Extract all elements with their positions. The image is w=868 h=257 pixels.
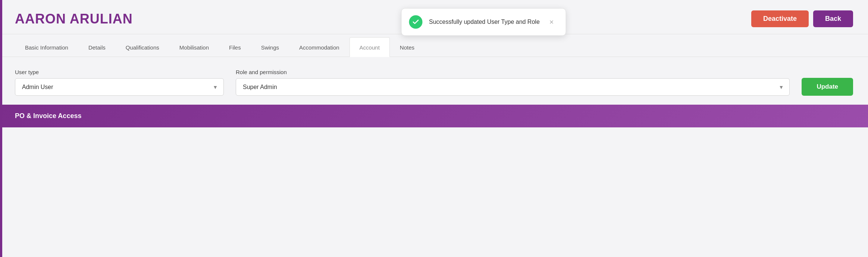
toast-message: Successfully updated User Type and Role: [429, 19, 540, 25]
toast-close-button[interactable]: ×: [549, 18, 554, 26]
tabs-bar: Basic InformationDetailsQualificationsMo…: [0, 37, 868, 57]
role-label: Role and permission: [236, 69, 790, 75]
user-type-select[interactable]: Admin UserStandard UserGuest User: [15, 78, 224, 96]
update-button[interactable]: Update: [802, 78, 853, 96]
left-border: [0, 0, 2, 257]
back-button[interactable]: Back: [813, 10, 853, 27]
deactivate-button[interactable]: Deactivate: [751, 10, 809, 27]
tab-files[interactable]: Files: [219, 37, 251, 57]
role-select[interactable]: Super AdminAdminManagerViewer: [236, 78, 790, 96]
account-form-row: User type Admin UserStandard UserGuest U…: [15, 69, 853, 96]
tab-basic-information[interactable]: Basic Information: [15, 37, 78, 57]
main-content: User type Admin UserStandard UserGuest U…: [0, 57, 868, 136]
po-invoice-section: PO & Invoice Access: [0, 105, 868, 127]
user-type-group: User type Admin UserStandard UserGuest U…: [15, 69, 224, 96]
role-permission-group: Role and permission Super AdminAdminMana…: [236, 69, 790, 96]
tab-account[interactable]: Account: [350, 37, 390, 57]
tab-notes[interactable]: Notes: [390, 37, 424, 57]
user-type-label: User type: [15, 69, 224, 75]
tab-details[interactable]: Details: [78, 37, 116, 57]
header-actions: Deactivate Back: [751, 10, 853, 27]
user-type-select-wrapper: Admin UserStandard UserGuest User ▼: [15, 78, 224, 96]
tab-mobilisation[interactable]: Mobilisation: [169, 37, 219, 57]
tab-accommodation[interactable]: Accommodation: [289, 37, 350, 57]
user-name: AARON ARULIAN: [15, 11, 133, 27]
toast-check-icon: [409, 15, 422, 29]
role-select-wrapper: Super AdminAdminManagerViewer ▼: [236, 78, 790, 96]
tab-swings[interactable]: Swings: [251, 37, 289, 57]
toast-notification: Successfully updated User Type and Role …: [401, 8, 566, 36]
tab-qualifications[interactable]: Qualifications: [116, 37, 169, 57]
po-invoice-title: PO & Invoice Access: [15, 112, 81, 120]
